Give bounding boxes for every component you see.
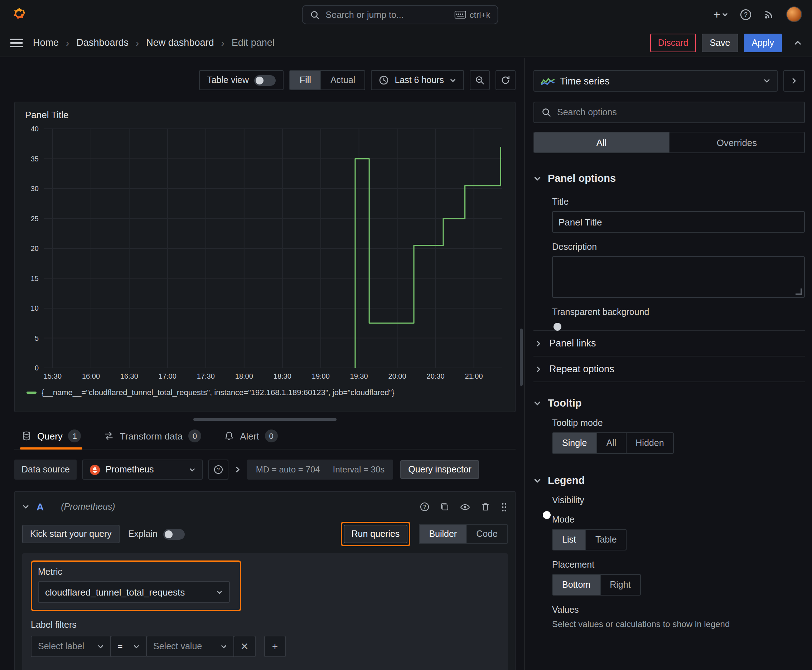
code-option[interactable]: Code	[466, 524, 507, 543]
user-avatar[interactable]	[786, 7, 802, 22]
chevron-up-icon[interactable]	[793, 38, 802, 47]
global-search-input[interactable]	[326, 10, 449, 20]
remove-filter-button[interactable]: ✕	[234, 636, 256, 657]
global-search[interactable]: ctrl+k	[302, 5, 498, 24]
hide-query-icon[interactable]	[460, 501, 470, 512]
table-view-switch[interactable]	[254, 75, 276, 86]
legend-section-header[interactable]: Legend	[534, 471, 805, 490]
refresh-button[interactable]	[495, 70, 515, 90]
database-icon	[22, 431, 32, 441]
query-ref-id[interactable]: A	[37, 501, 44, 513]
repeat-options-section[interactable]: Repeat options	[534, 357, 805, 382]
legend-placement-bottom[interactable]: Bottom	[553, 575, 600, 595]
tooltip-title: Tooltip	[548, 397, 582, 409]
metric-value: cloudflared_tunnel_total_requests	[45, 587, 185, 597]
select-label-dropdown[interactable]: Select label	[31, 636, 111, 657]
panel-options-section-header[interactable]: Panel options	[534, 169, 805, 188]
svg-text:10: 10	[31, 304, 39, 312]
menu-toggle-icon[interactable]	[10, 38, 23, 47]
breadcrumb-home[interactable]: Home	[33, 37, 59, 48]
query-toolbar: Kick start your query Explain Run querie…	[22, 522, 508, 546]
rss-icon[interactable]	[763, 8, 775, 20]
query-inspector-button[interactable]: Query inspector	[400, 460, 479, 479]
tab-alert-count: 0	[265, 430, 278, 442]
select-value-dropdown[interactable]: Select value	[147, 636, 234, 657]
help-icon[interactable]: ?	[740, 8, 752, 20]
vertical-scrollbar[interactable]	[520, 328, 523, 386]
drag-handle-icon[interactable]	[500, 501, 508, 512]
datasource-help-button[interactable]: ?	[209, 460, 229, 480]
collapse-options-button[interactable]	[783, 70, 805, 91]
tab-all-options[interactable]: All	[534, 132, 669, 152]
interval-stat: Interval = 30s	[333, 465, 385, 475]
options-search-input[interactable]	[557, 107, 797, 117]
save-button[interactable]: Save	[702, 33, 738, 52]
datasource-row: Data source Prometheus ?	[14, 460, 515, 480]
tab-transform[interactable]: Transform data 0	[103, 426, 203, 449]
legend-placement-right[interactable]: Right	[600, 575, 640, 595]
legend-mode-list[interactable]: List	[553, 530, 585, 550]
panel-links-section[interactable]: Panel links	[534, 331, 805, 357]
svg-text:15: 15	[31, 274, 39, 283]
chevron-down-icon	[216, 589, 223, 595]
new-menu-button[interactable]: +	[713, 8, 728, 20]
run-queries-button[interactable]: Run queries	[344, 524, 408, 543]
transform-icon	[104, 431, 114, 441]
tooltip-mode-hidden[interactable]: Hidden	[626, 433, 673, 453]
breadcrumb-dashboards[interactable]: Dashboards	[76, 37, 129, 48]
kick-start-button[interactable]: Kick start your query	[22, 524, 120, 543]
legend-series-label[interactable]: {__name__="cloudflared_tunnel_total_requ…	[42, 388, 395, 397]
tooltip-mode-single[interactable]: Single	[553, 433, 597, 453]
discard-button[interactable]: Discard	[650, 33, 696, 52]
breadcrumb-separator: ›	[221, 37, 224, 48]
plus-icon: +	[272, 641, 278, 652]
chevron-down-icon[interactable]	[22, 503, 29, 510]
add-filter-button[interactable]: +	[264, 636, 286, 657]
label-filters-label: Label filters	[31, 620, 499, 630]
actual-option[interactable]: Actual	[320, 71, 365, 90]
time-range-picker[interactable]: Last 6 hours	[371, 70, 464, 90]
datasource-picker[interactable]: Prometheus	[83, 460, 203, 480]
chevron-down-icon	[450, 77, 456, 83]
description-field-label: Description	[552, 242, 805, 252]
time-series-chart[interactable]: 051015202530354015:3016:0016:3017:0017:3…	[22, 123, 506, 385]
shortcut-hint: ctrl+k	[455, 10, 490, 20]
legend-series-swatch[interactable]	[27, 391, 37, 393]
legend-mode-table[interactable]: Table	[585, 530, 626, 550]
svg-text:20:00: 20:00	[388, 372, 406, 380]
tab-query[interactable]: Query 1	[20, 426, 83, 449]
delete-query-icon[interactable]	[480, 502, 490, 512]
title-field-label: Title	[552, 197, 805, 207]
tab-transform-label: Transform data	[120, 431, 183, 441]
table-view-toggle[interactable]: Table view	[199, 70, 284, 90]
panel-title-input[interactable]	[552, 211, 805, 233]
select-value-placeholder: Select value	[153, 641, 202, 651]
operator-dropdown[interactable]: =	[111, 636, 147, 657]
query-datasource-note: (Prometheus)	[61, 502, 115, 512]
chevron-down-icon	[534, 399, 541, 407]
tooltip-section-header[interactable]: Tooltip	[534, 394, 805, 412]
tooltip-mode-all[interactable]: All	[597, 433, 626, 453]
zoom-out-button[interactable]	[470, 70, 490, 90]
svg-text:5: 5	[35, 334, 39, 342]
builder-option[interactable]: Builder	[420, 524, 466, 543]
fill-option[interactable]: Fill	[290, 71, 320, 90]
grafana-app: ctrl+k + ? Home › Dashboards ›	[0, 0, 812, 670]
svg-text:25: 25	[31, 215, 39, 223]
description-textarea[interactable]	[552, 256, 805, 298]
panel-title[interactable]: Panel Title	[25, 110, 508, 120]
explain-switch[interactable]	[163, 529, 185, 540]
pane-resize-handle[interactable]	[193, 418, 337, 421]
duplicate-query-icon[interactable]	[440, 502, 450, 512]
tab-overrides[interactable]: Overrides	[669, 132, 804, 152]
query-help-icon[interactable]: ?	[420, 502, 430, 512]
breadcrumb-new-dashboard[interactable]: New dashboard	[146, 37, 214, 48]
apply-button[interactable]: Apply	[744, 33, 782, 52]
metric-select[interactable]: cloudflared_tunnel_total_requests	[38, 581, 230, 603]
grafana-logo-icon[interactable]	[10, 6, 27, 23]
visualization-picker[interactable]: Time series	[534, 70, 778, 91]
search-icon	[310, 10, 320, 20]
options-search[interactable]	[534, 102, 805, 123]
tab-alert[interactable]: Alert 0	[223, 426, 279, 449]
chevron-right-icon[interactable]	[234, 466, 242, 473]
